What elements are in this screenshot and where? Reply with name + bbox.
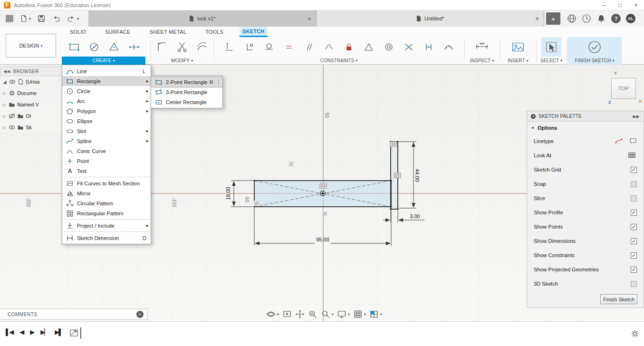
- expand-panel-icon[interactable]: ▶▶: [633, 114, 640, 119]
- constraint-equal-icon[interactable]: [279, 38, 299, 57]
- constraint-horizontal-vertical-icon[interactable]: [219, 38, 239, 57]
- menu-item-circle[interactable]: Circle ▶: [62, 86, 151, 96]
- browser-node-document-settings[interactable]: ▷ Docume: [0, 87, 62, 99]
- group-label-create-active[interactable]: CREATE▾: [62, 57, 145, 65]
- menu-item-conic-curve[interactable]: Conic Curve: [62, 146, 151, 156]
- close-tab-icon[interactable]: ×: [535, 15, 539, 22]
- go-to-end-button[interactable]: ▶▌: [55, 328, 62, 336]
- more-options-icon[interactable]: ⋮: [216, 79, 221, 85]
- line-tool-icon[interactable]: [124, 38, 144, 57]
- redo-button[interactable]: ▾: [66, 12, 80, 25]
- constraint-coincident-icon[interactable]: [399, 38, 419, 57]
- notifications-bell-icon[interactable]: [596, 14, 606, 23]
- extend-tool-icon[interactable]: [192, 38, 212, 57]
- zoom-button[interactable]: [308, 309, 317, 319]
- help-icon[interactable]: ?: [611, 14, 621, 23]
- visibility-eye-icon[interactable]: [9, 78, 16, 85]
- expand-arrow-icon[interactable]: ▷: [2, 91, 7, 96]
- file-menu-button[interactable]: ▾: [19, 12, 32, 25]
- finish-sketch-check-icon[interactable]: [585, 38, 605, 57]
- settings-gear-icon[interactable]: [631, 329, 639, 339]
- constraint-symmetry-icon[interactable]: [359, 38, 379, 57]
- view-cube-top-face[interactable]: TOP: [611, 78, 636, 99]
- polygon-tool-icon[interactable]: [104, 38, 124, 57]
- menu-item-polygon[interactable]: Polygon ▶: [62, 106, 151, 116]
- go-to-start-button[interactable]: ▌◀: [6, 328, 13, 336]
- dimension-height[interactable]: 18.00: [225, 179, 231, 208]
- browser-node-sketches[interactable]: ▷ Sk: [0, 122, 62, 133]
- menu-item-center-rectangle[interactable]: Center Rectangle: [151, 97, 222, 107]
- circle-tool-icon[interactable]: [84, 38, 104, 57]
- trim-tool-icon[interactable]: [172, 38, 192, 57]
- close-tab-icon[interactable]: ×: [308, 15, 311, 22]
- job-status-icon[interactable]: [567, 14, 577, 23]
- expand-arrow-icon[interactable]: ▷: [2, 114, 7, 118]
- save-button[interactable]: [37, 12, 46, 25]
- show-dimensions-checkbox[interactable]: [631, 238, 637, 244]
- construction-line-icon[interactable]: [615, 137, 623, 145]
- menu-item-arc[interactable]: Arc ▶: [62, 96, 151, 106]
- 3d-sketch-checkbox[interactable]: [631, 281, 637, 287]
- play-button[interactable]: ▶: [30, 328, 34, 336]
- show-profile-checkbox[interactable]: [631, 210, 637, 216]
- comments-panel[interactable]: COMMENTS +: [0, 308, 148, 320]
- close-button[interactable]: ×: [628, 0, 644, 10]
- constraint-fix-lock-icon[interactable]: [339, 38, 359, 57]
- finish-sketch-button[interactable]: Finish Sketch: [600, 294, 637, 304]
- timeline-sketch-feature-icon[interactable]: [69, 327, 79, 339]
- workspace-switcher[interactable]: DESIGN▾: [6, 34, 56, 58]
- maximize-button[interactable]: □: [612, 0, 628, 10]
- sketch-palette-header[interactable]: SKETCH PALETTE ▶▶: [527, 111, 644, 122]
- constraint-perpendicular-icon[interactable]: [239, 38, 259, 57]
- browser-header[interactable]: ◀◀ BROWSER: [0, 67, 62, 76]
- constraint-tangent-icon[interactable]: [259, 38, 279, 57]
- menu-item-ellipse[interactable]: Ellipse: [62, 116, 151, 126]
- document-tab-untitled[interactable]: Untitled* ×: [317, 10, 545, 27]
- tab-tools[interactable]: TOOLS: [202, 27, 226, 37]
- measure-tool-icon[interactable]: [472, 38, 492, 57]
- constraint-curvature-icon[interactable]: [439, 38, 459, 57]
- group-label-insert[interactable]: INSERT▾: [501, 57, 535, 65]
- visibility-eye-icon[interactable]: [9, 124, 15, 131]
- look-at-button[interactable]: [282, 309, 292, 319]
- menu-item-rectangle[interactable]: Rectangle ▶: [62, 76, 151, 86]
- undo-button[interactable]: [51, 12, 61, 25]
- show-constraints-checkbox[interactable]: [631, 252, 637, 259]
- menu-item-rectangular-pattern[interactable]: Rectangular Pattern: [62, 208, 151, 218]
- browser-root-node[interactable]: (Unsa: [0, 76, 62, 87]
- browser-node-origin[interactable]: ▷ Or: [0, 110, 62, 122]
- group-label-select[interactable]: SELECT▾: [537, 57, 566, 65]
- constraint-parallel-icon[interactable]: [299, 38, 319, 57]
- minimize-button[interactable]: –: [596, 0, 612, 10]
- look-at-icon[interactable]: [628, 152, 636, 160]
- tab-sheet-metal[interactable]: SHEET METAL: [146, 27, 189, 37]
- add-comment-icon[interactable]: +: [136, 311, 144, 318]
- timeline-position-marker[interactable]: [80, 327, 81, 339]
- menu-item-slot[interactable]: Slot ▶: [62, 126, 151, 136]
- menu-item-project-include[interactable]: Project / Include ▶: [62, 221, 151, 231]
- menu-item-circular-pattern[interactable]: Circular Pattern: [62, 198, 151, 208]
- rectangle-tool-icon[interactable]: [64, 38, 84, 57]
- dimension-side[interactable]: 44.00: [414, 161, 420, 190]
- expand-arrow-icon[interactable]: ▷: [2, 125, 7, 130]
- constraint-midpoint-icon[interactable]: [419, 38, 439, 57]
- group-label-modify[interactable]: MODIFY▾: [151, 57, 213, 65]
- menu-item-sketch-dimension[interactable]: Sketch Dimension D: [62, 233, 151, 243]
- group-label-finish-sketch[interactable]: FINISH SKETCH▾: [567, 57, 622, 65]
- menu-item-mirror[interactable]: Mirror: [62, 188, 151, 198]
- view-cube[interactable]: TOP Y Z X: [606, 71, 644, 107]
- palette-options-section[interactable]: ▼ Options: [527, 122, 644, 134]
- show-points-checkbox[interactable]: [631, 224, 637, 230]
- tab-sketch[interactable]: SKETCH: [240, 27, 267, 37]
- dimension-width[interactable]: 95.00: [308, 237, 337, 242]
- insert-image-icon[interactable]: [508, 38, 528, 57]
- collapse-panel-icon[interactable]: ◀◀: [3, 69, 10, 74]
- grid-snap-button[interactable]: ▾: [353, 309, 366, 319]
- orbit-button[interactable]: ▾: [266, 309, 279, 319]
- pan-button[interactable]: [295, 309, 305, 319]
- expand-arrow-icon[interactable]: ▷: [2, 103, 7, 107]
- tab-surface[interactable]: SURFACE: [102, 27, 133, 37]
- menu-item-line[interactable]: Line L: [62, 66, 151, 76]
- menu-item-fit-curves[interactable]: Fit Curves to Mesh Section: [62, 178, 151, 188]
- group-label-inspect[interactable]: INSPECT▾: [466, 57, 498, 65]
